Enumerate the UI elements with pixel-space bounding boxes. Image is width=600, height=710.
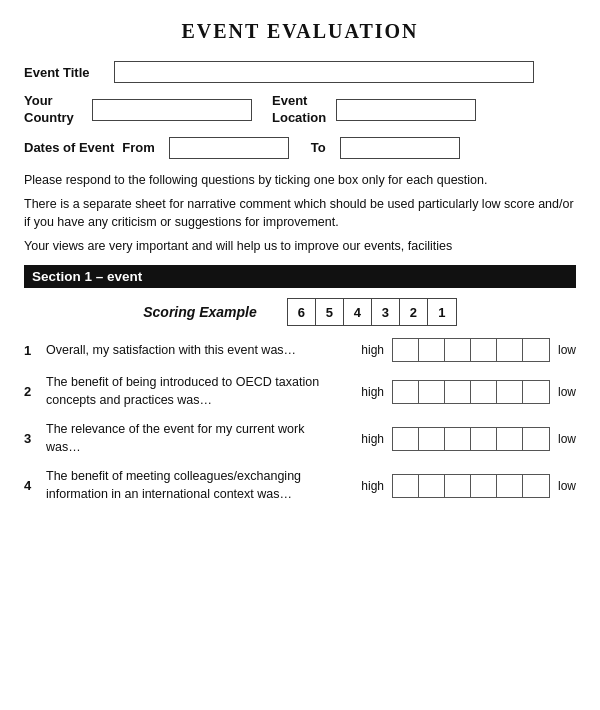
question-row-2: 2The benefit of being introduced to OECD… [24, 374, 576, 409]
answer-box-2-3[interactable] [445, 381, 471, 403]
answer-box-3-5[interactable] [497, 428, 523, 450]
answer-box-4-1[interactable] [393, 475, 419, 497]
score-box-2: 2 [400, 299, 428, 325]
question-num-1: 1 [24, 343, 40, 358]
question-answer-boxes-4 [392, 474, 550, 498]
answer-box-3-3[interactable] [445, 428, 471, 450]
question-text-4: The benefit of meeting colleagues/exchan… [46, 468, 326, 503]
info-text-3: Your views are very important and will h… [24, 237, 576, 255]
event-location-label: EventLocation [272, 93, 330, 127]
info-text-2: There is a separate sheet for narrative … [24, 195, 576, 231]
score-box-3: 3 [372, 299, 400, 325]
answer-box-2-6[interactable] [523, 381, 549, 403]
question-rating-1: highlow [357, 338, 576, 362]
question-num-2: 2 [24, 384, 40, 399]
question-num-3: 3 [24, 431, 40, 446]
answer-box-3-2[interactable] [419, 428, 445, 450]
question-row-4: 4The benefit of meeting colleagues/excha… [24, 468, 576, 503]
answer-box-4-4[interactable] [471, 475, 497, 497]
question-low-label-1: low [558, 343, 576, 357]
event-title-input[interactable] [114, 61, 534, 83]
score-box-1: 1 [428, 299, 456, 325]
answer-box-2-5[interactable] [497, 381, 523, 403]
info-text-1: Please respond to the following question… [24, 171, 576, 189]
answer-box-2-4[interactable] [471, 381, 497, 403]
question-low-label-3: low [558, 432, 576, 446]
question-high-label-2: high [361, 385, 384, 399]
answer-box-4-5[interactable] [497, 475, 523, 497]
score-box-6: 6 [288, 299, 316, 325]
question-answer-boxes-3 [392, 427, 550, 451]
section1-header: Section 1 – event [24, 265, 576, 288]
location-block: EventLocation [272, 93, 476, 127]
from-label: From [122, 140, 155, 155]
dates-row: Dates of Event From To [24, 137, 576, 159]
question-text-2: The benefit of being introduced to OECD … [46, 374, 326, 409]
answer-box-1-3[interactable] [445, 339, 471, 361]
score-box-4: 4 [344, 299, 372, 325]
question-low-label-4: low [558, 479, 576, 493]
question-low-label-2: low [558, 385, 576, 399]
question-num-4: 4 [24, 478, 40, 493]
answer-box-3-6[interactable] [523, 428, 549, 450]
question-rating-4: highlow [357, 474, 576, 498]
question-row-3: 3The relevance of the event for my curre… [24, 421, 576, 456]
answer-box-1-1[interactable] [393, 339, 419, 361]
country-block: YourCountry [24, 93, 252, 127]
scoring-row: Scoring Example 6 5 4 3 2 1 [24, 298, 576, 326]
to-date-input[interactable] [340, 137, 460, 159]
question-high-label-4: high [361, 479, 384, 493]
answer-box-1-5[interactable] [497, 339, 523, 361]
answer-box-1-4[interactable] [471, 339, 497, 361]
location-input[interactable] [336, 99, 476, 121]
answer-box-2-1[interactable] [393, 381, 419, 403]
question-row-1: 1Overall, my satisfaction with this even… [24, 338, 576, 362]
answer-box-1-2[interactable] [419, 339, 445, 361]
scoring-boxes: 6 5 4 3 2 1 [287, 298, 457, 326]
page-title: EVENT EVALUATION [24, 20, 576, 43]
question-high-label-1: high [361, 343, 384, 357]
question-answer-boxes-1 [392, 338, 550, 362]
your-country-label: YourCountry [24, 93, 86, 127]
answer-box-3-1[interactable] [393, 428, 419, 450]
question-high-label-3: high [361, 432, 384, 446]
answer-box-4-2[interactable] [419, 475, 445, 497]
question-rating-2: highlow [357, 380, 576, 404]
answer-box-2-2[interactable] [419, 381, 445, 403]
answer-box-3-4[interactable] [471, 428, 497, 450]
answer-box-4-6[interactable] [523, 475, 549, 497]
scoring-label: Scoring Example [143, 304, 257, 320]
questions-container: 1Overall, my satisfaction with this even… [24, 338, 576, 503]
to-label: To [311, 140, 326, 155]
question-text-3: The relevance of the event for my curren… [46, 421, 326, 456]
answer-box-4-3[interactable] [445, 475, 471, 497]
question-answer-boxes-2 [392, 380, 550, 404]
from-date-input[interactable] [169, 137, 289, 159]
event-title-label: Event Title [24, 65, 114, 80]
question-rating-3: highlow [357, 427, 576, 451]
country-input[interactable] [92, 99, 252, 121]
score-box-5: 5 [316, 299, 344, 325]
event-title-row: Event Title [24, 61, 576, 83]
country-location-row: YourCountry EventLocation [24, 93, 576, 127]
answer-box-1-6[interactable] [523, 339, 549, 361]
question-text-1: Overall, my satisfaction with this event… [46, 342, 326, 360]
dates-label: Dates of Event [24, 140, 114, 155]
